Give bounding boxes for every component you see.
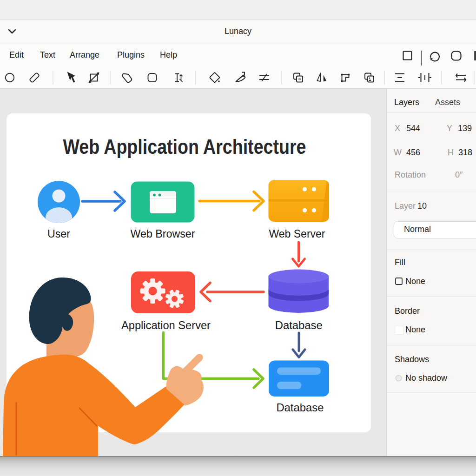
svg-text:Application Server: Application Server [121, 319, 211, 331]
svg-text:Web Server: Web Server [269, 227, 325, 240]
svg-text:Web Browser: Web Browser [131, 227, 195, 240]
svg-text:Database: Database [275, 319, 323, 331]
svg-text:Database: Database [276, 401, 324, 414]
svg-text:User: User [47, 227, 70, 240]
svg-text:Web Application Architecture: Web Application Architecture [63, 135, 306, 158]
